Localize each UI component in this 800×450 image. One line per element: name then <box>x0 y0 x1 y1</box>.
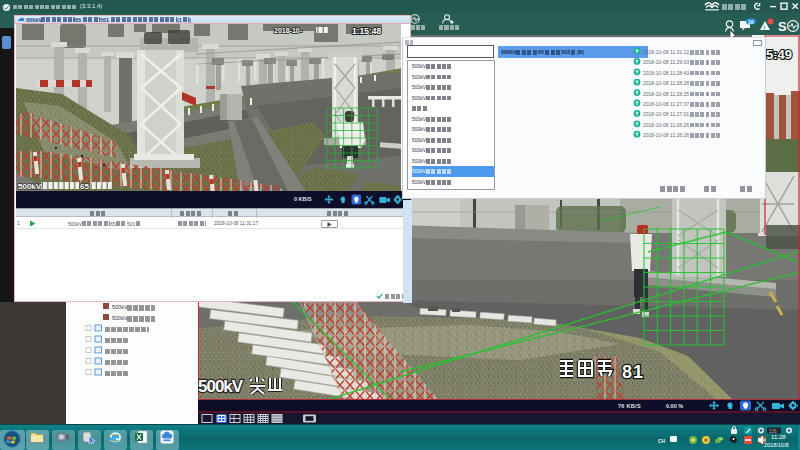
svg-text:2018-10-: 2018-10- <box>274 27 303 34</box>
svg-text:65: 65 <box>80 182 89 191</box>
svg-text:1:15:48: 1:15:48 <box>352 26 382 36</box>
svg-text:500kV: 500kV <box>198 377 244 396</box>
svg-text:126: 126 <box>769 429 777 434</box>
svg-text:5:49: 5:49 <box>766 47 792 62</box>
svg-text:!: ! <box>764 25 766 31</box>
svg-text:81: 81 <box>622 362 644 382</box>
svg-text:S: S <box>778 19 787 34</box>
svg-text:16: 16 <box>748 19 754 25</box>
svg-text:500kV: 500kV <box>18 182 42 191</box>
